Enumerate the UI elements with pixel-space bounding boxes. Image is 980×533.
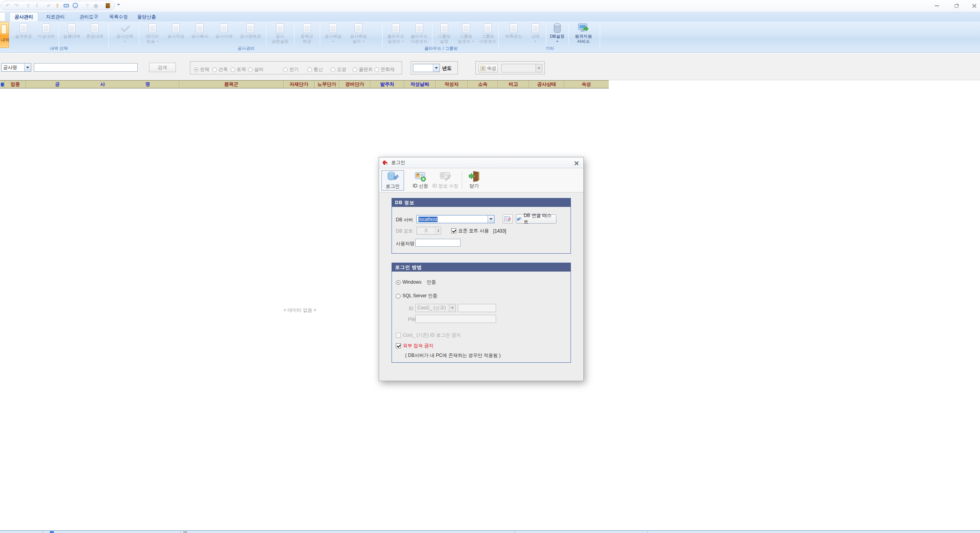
login-dialog: 로그인 로그인 ID 신청 — [379, 157, 584, 381]
column-expense-price[interactable]: 경비단가 — [339, 81, 370, 88]
dialog-id-edit-button[interactable]: ID 정보 수정 — [431, 170, 459, 191]
search-input[interactable] — [34, 63, 138, 72]
btn-db-settings[interactable]: DB설정 — [548, 22, 567, 48]
column-item-group[interactable]: 품목군 — [179, 81, 284, 88]
confirm-icon[interactable]: ✔ — [46, 2, 51, 9]
download-icon[interactable]: ↓ — [73, 2, 78, 9]
down-icon[interactable]: ⇩ — [34, 2, 39, 9]
upload-icon[interactable]: ⇧ — [55, 2, 60, 9]
radio-category-architecture[interactable]: 건축 — [212, 66, 228, 73]
column-attribute[interactable]: 속성 — [564, 81, 608, 88]
column-author[interactable]: 작성자 — [436, 81, 468, 88]
dialog-close-button[interactable]: 닫기 — [466, 170, 483, 191]
btn-project-permissions[interactable]: 공사 권한설정 — [268, 22, 292, 48]
preview-icon[interactable]: ▣ — [93, 2, 98, 9]
tab-project-management[interactable]: 공사관리 — [9, 12, 38, 21]
btn-contract-statement-partial[interactable]: 내역 — [0, 22, 9, 48]
undo-icon[interactable]: ↶ — [5, 2, 10, 9]
chevron-down-icon — [449, 304, 455, 312]
db-port-spinner[interactable]: 0 — [416, 227, 441, 235]
btn-list-refresh[interactable]: 목록갱신 — [502, 22, 525, 48]
db-server-selector[interactable]: localhost — [416, 215, 494, 223]
column-note[interactable]: 비고 — [498, 81, 529, 88]
attribute-groupbox: 속성 — [475, 61, 545, 74]
column-project-status[interactable]: 공사상태 — [529, 81, 564, 88]
minimize-button[interactable] — [931, 2, 943, 9]
radio-category-electric[interactable]: 전기 — [283, 66, 299, 73]
tab-list-edit[interactable]: 목록수정 — [105, 12, 133, 21]
dialog-login-button[interactable]: 로그인 — [381, 170, 404, 191]
external-access-block-checkbox[interactable]: 외부 접속 금지 — [396, 342, 434, 349]
column-row-icon[interactable] — [0, 81, 5, 88]
id-input[interactable] — [458, 304, 496, 312]
column-labor-price[interactable]: 노무단가 — [315, 81, 339, 88]
screen-icon[interactable] — [64, 2, 69, 9]
btn-design-change[interactable]: 설계변경 — [12, 22, 34, 48]
column-material-price[interactable]: 자재단가 — [284, 81, 315, 88]
search-field-selector[interactable]: 공사명 — [1, 63, 31, 72]
btn-remote-support[interactable]: 원격지원 서비스 — [570, 22, 597, 48]
chevron-down-icon[interactable] — [433, 64, 439, 72]
btn-grouproom-settings[interactable]: 그룹방 설정 — [434, 22, 455, 48]
legacy-id-block-checkbox[interactable]: Cost_ (기존) ID 로그인 금지 — [396, 332, 461, 339]
pw-input[interactable] — [415, 315, 496, 323]
tab-admin-tools[interactable]: 관리도구 — [75, 12, 103, 21]
tab-data-management[interactable]: 자료관리 — [41, 12, 69, 21]
attribute-button[interactable]: 속성 — [478, 64, 498, 72]
btn-item-group-change[interactable]: 품목군 변경 — [296, 22, 318, 48]
customize-icon[interactable] — [117, 4, 120, 7]
windows-auth-radio[interactable]: Windows 인증 — [396, 279, 436, 286]
btn-project-copy[interactable]: 공사복사 — [188, 22, 211, 48]
column-affiliation[interactable]: 소속 — [468, 81, 498, 88]
radio-category-all[interactable]: 전체 — [194, 66, 209, 73]
column-created-date[interactable]: 작성날짜 — [404, 81, 436, 88]
app-menu-stub[interactable] — [0, 12, 5, 21]
chevron-down-icon[interactable] — [487, 215, 494, 223]
btn-completion-statement[interactable]: 준공내역 — [83, 22, 106, 48]
btn-status[interactable]: 상태 — [526, 22, 544, 48]
restore-button[interactable] — [950, 2, 962, 9]
btn-grouproom-upload[interactable]: 그룹방 업로드 — [455, 22, 477, 48]
btn-project-create[interactable]: 공사작성 — [165, 22, 187, 48]
search-button[interactable]: 검색 — [149, 63, 176, 72]
radio-category-civil[interactable]: 토목 — [230, 66, 246, 73]
sql-auth-radio[interactable]: SQL Server 인증 — [396, 293, 438, 299]
btn-progress-statement[interactable]: 기성내역 — [35, 22, 57, 48]
btn-project-backup-install[interactable]: 공사백업 설치 — [346, 22, 371, 48]
btn-project-rename[interactable]: 공사명변경 — [236, 22, 264, 48]
year-selector[interactable] — [413, 64, 440, 72]
radio-category-telecom[interactable]: 통신 — [307, 66, 323, 73]
db-server-edit-button[interactable] — [503, 214, 513, 224]
column-client[interactable]: 발주처 — [370, 81, 404, 88]
close-button[interactable] — [968, 2, 980, 9]
spinner-arrows-icon[interactable] — [435, 227, 441, 234]
up-icon[interactable]: ⇧ — [26, 2, 31, 9]
db-user-input[interactable] — [415, 239, 461, 247]
btn-project-delete[interactable]: 공사삭제 — [212, 22, 236, 48]
radio-category-heritage[interactable]: 문화재 — [374, 66, 395, 73]
tab-quantity-takeoff[interactable]: 물량산출 — [133, 12, 161, 21]
btn-data-transfer[interactable]: 데이터 전송 — [141, 22, 164, 48]
dialog-close-icon[interactable] — [573, 160, 579, 166]
radio-category-plant[interactable]: 플랜트 — [353, 66, 373, 73]
btn-execution-statement[interactable]: 실행내역 — [61, 22, 83, 48]
btn-project-backup[interactable]: 공사백업 — [321, 22, 345, 48]
help-icon[interactable]: ? — [85, 2, 90, 9]
db-connection-test-button[interactable]: DB 연결 테스트 — [516, 214, 556, 224]
standard-port-checkbox[interactable]: 표준 포트 사용 [1433] — [451, 228, 506, 234]
column-project-name[interactable]: 공사명 — [26, 81, 179, 88]
dialog-id-request-button[interactable]: ID 신청 — [409, 170, 431, 191]
attribute-selector[interactable] — [501, 64, 542, 72]
dialog-title-bar[interactable]: 로그인 — [379, 157, 583, 168]
column-industry[interactable]: 업종 — [5, 81, 26, 88]
btn-grouproom-download[interactable]: 그룹방 다운로드 — [477, 22, 498, 48]
radio-category-landscape[interactable]: 조경 — [331, 66, 346, 73]
redo-icon[interactable]: ↷ — [14, 2, 19, 9]
id-selector[interactable]: Cost2_ (신규) — [415, 304, 456, 312]
btn-project-select[interactable]: 공사선택 — [113, 22, 136, 48]
radio-category-facility[interactable]: 설비 — [248, 66, 264, 73]
btn-cloud-upload[interactable]: 클라우드 업로드 — [385, 22, 407, 48]
chevron-down-icon[interactable] — [24, 64, 31, 71]
btn-cloud-download[interactable]: 클라우드 다운로드 — [408, 22, 431, 48]
exit-icon[interactable] — [105, 2, 110, 9]
